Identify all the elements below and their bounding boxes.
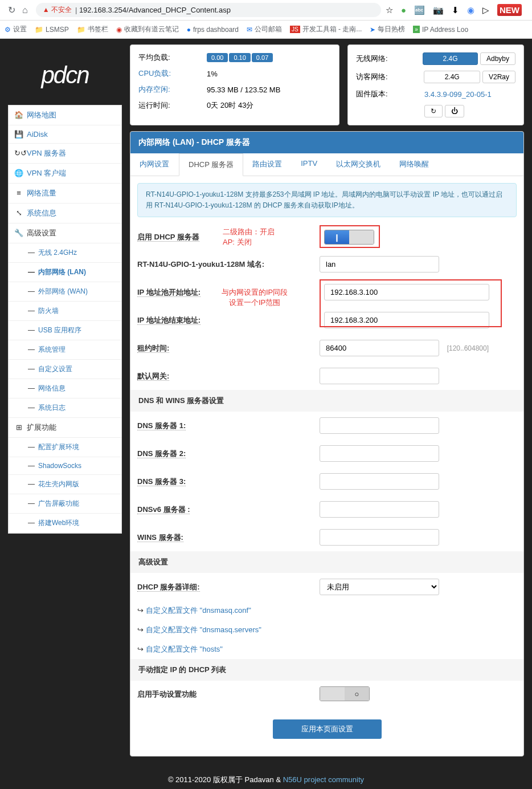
sidebar-sub-item[interactable]: —ShadowSocks xyxy=(9,457,121,475)
bookmark-item[interactable]: 📁 书签栏 xyxy=(77,25,108,34)
nav-icon: 🌐 xyxy=(14,169,23,177)
link-dnsmasq-servers[interactable]: ↪自定义配置文件 "dnsmasq.servers" xyxy=(137,620,517,640)
input-lease[interactable] xyxy=(320,340,439,356)
star-icon[interactable]: ☆ xyxy=(386,5,393,15)
camera-icon[interactable]: 📷 xyxy=(433,5,444,15)
label-dhcp-detail: DHCP 服务器详细: xyxy=(137,582,320,592)
bookmark-item[interactable]: ✉ 公司邮箱 xyxy=(247,25,282,34)
input-pool-end[interactable] xyxy=(324,312,489,328)
share-icon: ↪ xyxy=(137,606,144,615)
bookmark-item[interactable]: ● frps dashboard xyxy=(187,26,239,34)
stat-link[interactable]: CPU负载: xyxy=(138,69,171,78)
sidebar-item[interactable]: ↻↺VPN 服务器 xyxy=(9,144,121,164)
input-dns3[interactable] xyxy=(320,473,439,490)
stat-label: CPU负载: xyxy=(138,68,207,79)
sidebar-item[interactable]: 🌐VPN 客户端 xyxy=(9,164,121,184)
bookmark-item[interactable]: ➤ 每日热榜 xyxy=(370,25,405,34)
share-icon: ↪ xyxy=(137,645,144,653)
tab[interactable]: IPTV xyxy=(292,153,327,176)
stat-value: 0天 20时 43分 xyxy=(207,100,253,111)
stat-link[interactable]: 内存空闲: xyxy=(138,85,170,93)
sidebar-sub-item[interactable]: —无线 2.4GHz xyxy=(9,243,121,263)
sidebar-item[interactable]: 🏠网络地图 xyxy=(9,105,121,125)
share-icon: ↪ xyxy=(137,625,144,634)
link-dnsmasq-conf[interactable]: ↪自定义配置文件 "dnsmasq.conf" xyxy=(137,601,517,620)
label-domain: RT-N14U-GPIO-1-youku1-128M 域名: xyxy=(137,259,320,270)
tab[interactable]: 内网设置 xyxy=(130,153,179,176)
bookmark-item[interactable]: ⚙ 设置 xyxy=(5,25,27,34)
sidebar-item[interactable]: ⊞扩展功能 xyxy=(9,418,121,438)
sidebar-sub-item[interactable]: —内部网络 (LAN) xyxy=(9,263,121,282)
guest-button[interactable]: 2.4G xyxy=(424,71,480,83)
bookmark-item[interactable]: JS 开发工具箱 - 走南... xyxy=(290,25,362,34)
power-button[interactable]: ⏻ xyxy=(445,105,464,117)
bookmark-item[interactable]: 📁 LSMSP xyxy=(35,26,69,34)
tab[interactable]: 路由设置 xyxy=(243,153,292,176)
sidebar-item[interactable]: ≡网络流量 xyxy=(9,184,121,204)
toggle-dhcp-enable[interactable]: ❙ xyxy=(324,230,374,245)
input-dns1[interactable] xyxy=(320,417,439,434)
sidebar-sub-item[interactable]: —系统管理 xyxy=(9,340,121,360)
input-pool-start[interactable] xyxy=(324,284,489,300)
sidebar-sub-item[interactable]: —自定义设置 xyxy=(9,360,121,379)
tab[interactable]: 网络唤醒 xyxy=(390,153,439,176)
v2ray-button[interactable]: V2Ray xyxy=(482,71,515,83)
apply-button[interactable]: 应用本页面设置 xyxy=(273,719,382,739)
label-dns2: DNS 服务器 2: xyxy=(137,449,320,459)
dot-icon[interactable]: ● xyxy=(401,5,406,15)
nav-icon: 💾 xyxy=(14,130,23,139)
sidebar-item[interactable]: ⤡系统信息 xyxy=(9,204,121,223)
reload-icon[interactable]: ↻ xyxy=(8,5,15,15)
globe-icon[interactable]: ◉ xyxy=(467,5,474,15)
input-dns2[interactable] xyxy=(320,445,439,462)
input-domain[interactable] xyxy=(320,256,439,273)
sidebar-item[interactable]: 💾AiDisk xyxy=(9,125,121,144)
stat-label: 平均负载: xyxy=(138,52,207,63)
lease-hint: [120..604800] xyxy=(447,344,489,352)
sidebar-sub-item[interactable]: —USB 应用程序 xyxy=(9,321,121,340)
sidebar-sub-item[interactable]: —广告屏蔽功能 xyxy=(9,494,121,514)
tab[interactable]: 以太网交换机 xyxy=(327,153,390,176)
sidebar-sub-item[interactable]: —系统日志 xyxy=(9,398,121,418)
bookmark-item[interactable]: » IP Address Loo xyxy=(413,26,468,34)
home-icon[interactable]: ⌂ xyxy=(22,5,28,15)
sidebar-sub-item[interactable]: —搭建Web环境 xyxy=(9,514,121,533)
label-wins: WINS 服务器: xyxy=(137,532,320,543)
input-gateway[interactable] xyxy=(320,368,439,384)
tab[interactable]: DHCP 服务器 xyxy=(179,153,243,176)
link-hosts[interactable]: ↪自定义配置文件 "hosts" xyxy=(137,640,517,659)
refresh-button[interactable]: ↻ xyxy=(424,105,443,117)
panel-title: 内部网络 (LAN) - DHCP 服务器 xyxy=(130,132,523,153)
address-bar[interactable]: ▲ 不安全 | 192.168.3.254/Advanced_DHCP_Cont… xyxy=(36,3,381,17)
sidebar-sub-item[interactable]: —网络信息 xyxy=(9,379,121,398)
wireless-button[interactable]: 2.4G xyxy=(423,52,478,65)
url-separator: | xyxy=(75,6,79,14)
download-icon[interactable]: ⬇ xyxy=(452,5,459,15)
adbyby-button[interactable]: Adbyby xyxy=(480,52,515,65)
stat-label: 固件版本: xyxy=(356,89,424,99)
label-dns1: DNS 服务器 1: xyxy=(137,421,320,431)
sidebar-item[interactable]: 🔧高级设置 xyxy=(9,223,121,243)
nav-icon: 🏠 xyxy=(14,111,23,119)
link-n56u[interactable]: N56U project community xyxy=(283,775,364,784)
section-advanced: 高级设置 xyxy=(130,551,523,573)
firmware-link[interactable]: 3.4.3.9-099_20-05-1 xyxy=(424,90,492,99)
new-badge[interactable]: NEW xyxy=(497,4,522,16)
input-wins[interactable] xyxy=(320,529,439,546)
bookmark-item[interactable]: ◉ 收藏到有道云笔记 xyxy=(116,25,179,34)
toggle-manual-enable[interactable]: ○ xyxy=(320,686,370,701)
info-box: RT-N14U-GPIO-1-youku1-128M 支持最多253个局域网 I… xyxy=(137,183,517,217)
stat-label: 访客网络: xyxy=(356,72,424,82)
stat-value: 95.33 MB / 123.52 MB xyxy=(207,86,280,94)
label-dnsv6: DNSv6 服务器 : xyxy=(137,505,320,515)
sidebar-sub-item[interactable]: —配置扩展环境 xyxy=(9,438,121,457)
sidebar-sub-item[interactable]: —花生壳内网版 xyxy=(9,475,121,494)
sidebar-sub-item[interactable]: —防火墙 xyxy=(9,302,121,321)
play-icon[interactable]: ▷ xyxy=(482,5,489,15)
translate-icon[interactable]: 🔤 xyxy=(414,5,425,15)
section-manual-dhcp: 手动指定 IP 的 DHCP 列表 xyxy=(130,659,523,681)
input-dnsv6[interactable] xyxy=(320,501,439,518)
label-gateway: 默认网关: xyxy=(137,371,320,381)
sidebar-sub-item[interactable]: —外部网络 (WAN) xyxy=(9,282,121,302)
select-dhcp-detail[interactable]: 未启用 xyxy=(320,579,439,595)
